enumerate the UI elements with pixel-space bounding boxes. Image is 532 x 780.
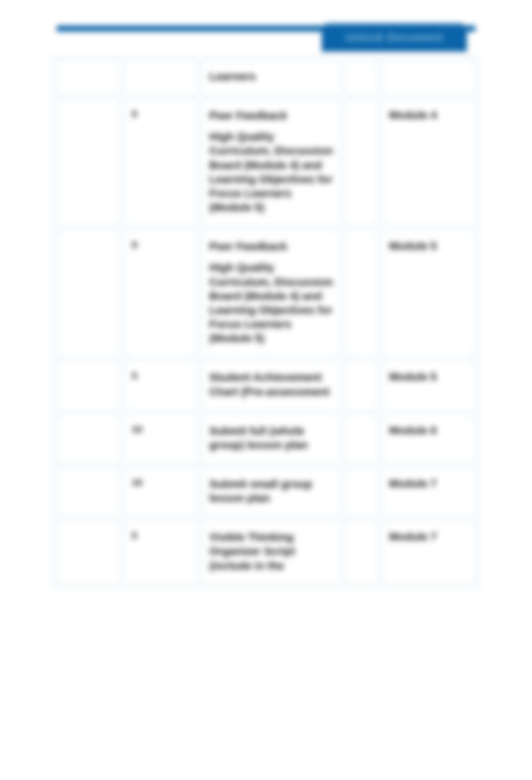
cell-description-text: High Quality Curriculum, Discussion Boar… <box>209 261 333 345</box>
cell-module <box>381 60 476 96</box>
cell-title: Peer Feedback <box>209 109 333 123</box>
cell-description: Student Achievement Chart (Pre-assessmen… <box>201 360 341 411</box>
unlock-document-label: Unlock Document <box>346 31 443 44</box>
table-row: 10 Submit full (whole group) lesson plan… <box>57 414 475 464</box>
cell-empty <box>57 467 121 517</box>
cell-empty <box>57 414 121 464</box>
cell-description: Submit full (whole group) lesson plan <box>201 414 341 464</box>
cell-description-text: Student Achievement Chart (Pre-assessmen… <box>209 370 333 399</box>
cell-empty <box>344 99 378 227</box>
cell-empty <box>344 414 378 464</box>
cell-points <box>124 60 198 96</box>
cell-empty <box>344 467 378 517</box>
assignments-table: Learners 9 Peer Feedback High Quality Cu… <box>54 57 478 588</box>
document-page: Unlock Document Learners <box>0 0 532 780</box>
table-row: 5 Student Achievement Chart (Pre-assessm… <box>57 360 475 411</box>
cell-empty <box>344 230 378 357</box>
table-row: 5 Visible Thinking Organizer Script (inc… <box>57 520 475 584</box>
cell-module: Module 5 <box>381 230 476 357</box>
cell-description-text: Submit small group lesson plan <box>209 477 333 505</box>
cell-description: Learners <box>201 60 341 96</box>
cell-points: 9 <box>124 99 198 227</box>
cell-module: Module 5 <box>381 360 476 411</box>
cell-module: Module 4 <box>381 99 476 227</box>
cell-points: 5 <box>124 360 198 411</box>
cell-title: Peer Feedback <box>209 240 333 254</box>
cell-empty <box>57 60 121 96</box>
cell-module: Module 6 <box>381 414 476 464</box>
cell-points: 10 <box>124 414 198 464</box>
table-row: 9 Peer Feedback High Quality Curriculum,… <box>57 99 475 227</box>
cell-empty <box>344 60 378 96</box>
table-row: 10 Submit small group lesson plan Module… <box>57 467 475 517</box>
cell-module: Module 7 <box>381 520 476 584</box>
assignments-table-container: Learners 9 Peer Feedback High Quality Cu… <box>53 56 479 589</box>
cell-points: 5 <box>124 520 198 584</box>
cell-description: Peer Feedback High Quality Curriculum, D… <box>201 99 341 227</box>
page-header: Unlock Document <box>53 23 479 52</box>
cell-description: Visible Thinking Organizer Script (inclu… <box>201 520 341 584</box>
cell-description-text: Submit full (whole group) lesson plan <box>209 424 333 452</box>
cell-points: 9 <box>124 230 198 357</box>
cell-empty <box>57 360 121 411</box>
cell-empty <box>57 99 121 227</box>
cell-description-text: Visible Thinking Organizer Script (inclu… <box>209 530 333 572</box>
cell-empty <box>344 520 378 584</box>
document-preview-blur: Unlock Document Learners <box>0 0 532 780</box>
cell-empty <box>344 360 378 411</box>
cell-description: Submit small group lesson plan <box>201 467 341 517</box>
cell-description-text: Learners <box>209 70 333 84</box>
cell-points: 10 <box>124 467 198 517</box>
cell-module: Module 7 <box>381 467 476 517</box>
table-row: Learners <box>57 60 475 96</box>
cell-description-text: High Quality Curriculum, Discussion Boar… <box>209 130 333 215</box>
cell-empty <box>57 230 121 357</box>
table-row: 9 Peer Feedback High Quality Curriculum,… <box>57 230 475 357</box>
unlock-document-tab[interactable]: Unlock Document <box>322 24 467 52</box>
cell-empty <box>57 520 121 584</box>
cell-description: Peer Feedback High Quality Curriculum, D… <box>201 230 341 357</box>
